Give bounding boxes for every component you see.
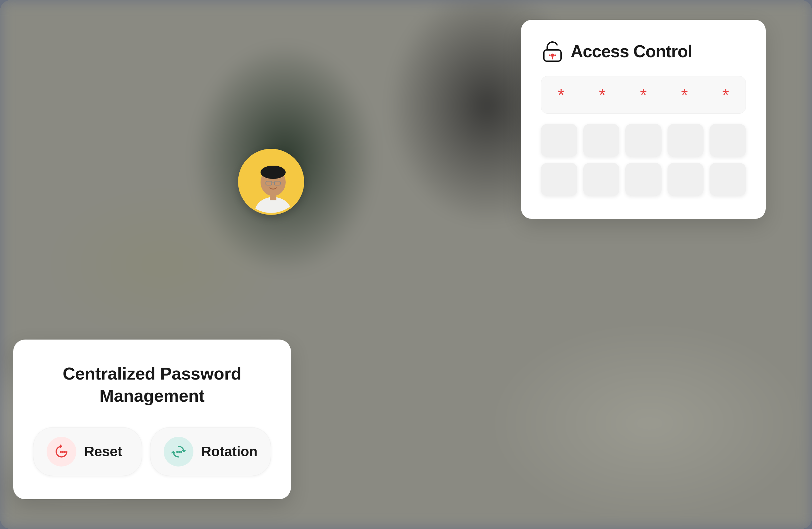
- access-control-header: Access Control: [541, 40, 746, 63]
- key-9[interactable]: [668, 163, 704, 196]
- pin-display: * * * * *: [541, 76, 746, 114]
- key-7[interactable]: [583, 163, 620, 196]
- svg-rect-19: [270, 194, 276, 200]
- svg-point-5: [60, 451, 62, 453]
- pin-dot-3: *: [640, 86, 647, 103]
- key-6[interactable]: [541, 163, 577, 196]
- key-2[interactable]: [583, 124, 620, 157]
- pin-dot-2: *: [599, 86, 605, 103]
- pin-dot-1: *: [558, 86, 564, 103]
- svg-point-6: [62, 451, 64, 453]
- lock-icon: [541, 40, 564, 63]
- rotation-button[interactable]: Rotation: [150, 427, 271, 476]
- reset-icon-circle: [47, 437, 76, 467]
- rotation-label: Rotation: [201, 444, 258, 460]
- avatar: [238, 149, 304, 215]
- key-8[interactable]: [625, 163, 662, 196]
- access-control-card: Access Control * * * * *: [521, 20, 766, 219]
- access-control-title: Access Control: [571, 41, 692, 61]
- svg-rect-15: [267, 166, 279, 175]
- rotation-icon-circle: [164, 437, 193, 467]
- key-10[interactable]: [710, 163, 746, 196]
- reset-label: Reset: [84, 444, 122, 460]
- key-4[interactable]: [668, 124, 704, 157]
- svg-point-7: [64, 451, 66, 453]
- action-buttons-row: Reset Rotation: [33, 427, 271, 476]
- keypad-grid: [541, 124, 746, 196]
- svg-point-3: [549, 54, 551, 56]
- key-1[interactable]: [541, 124, 577, 157]
- svg-point-4: [554, 54, 556, 56]
- svg-point-9: [178, 451, 180, 453]
- svg-point-10: [180, 451, 182, 453]
- svg-point-8: [176, 451, 178, 453]
- key-3[interactable]: [625, 124, 662, 157]
- key-5[interactable]: [710, 124, 746, 157]
- password-mgmt-title: Centralized Password Management: [33, 363, 271, 408]
- password-mgmt-card: Centralized Password Management Reset: [13, 340, 291, 499]
- pin-dot-4: *: [681, 86, 688, 103]
- page-background: Access Control * * * * * Centralized Pas…: [0, 0, 812, 529]
- reset-button[interactable]: Reset: [33, 427, 142, 476]
- pin-dot-5: *: [722, 86, 729, 103]
